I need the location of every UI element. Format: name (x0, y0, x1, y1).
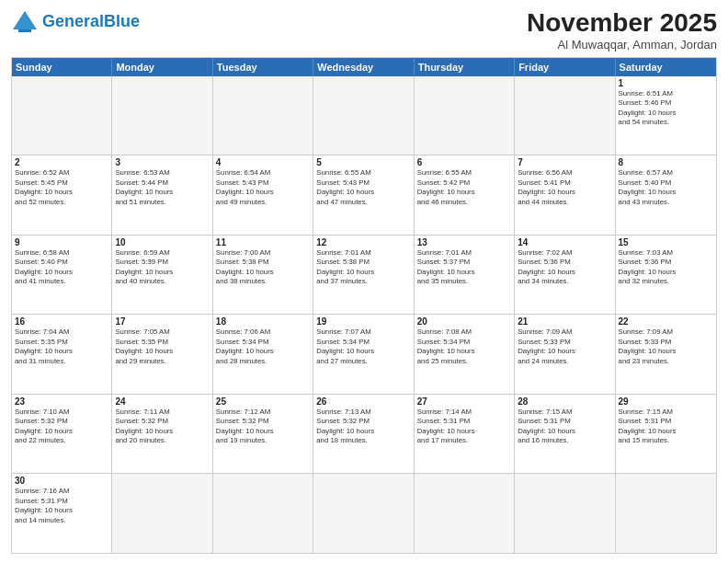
calendar-cell: 8Sunrise: 6:57 AM Sunset: 5:40 PM Daylig… (616, 155, 716, 235)
day-number: 15 (619, 237, 713, 247)
calendar-cell (616, 474, 716, 553)
calendar-cell: 10Sunrise: 6:59 AM Sunset: 5:39 PM Dayli… (112, 236, 212, 315)
calendar-body: 1Sunrise: 6:51 AM Sunset: 5:46 PM Daylig… (12, 76, 716, 553)
calendar-cell (112, 76, 212, 155)
cell-info: Sunrise: 6:57 AM Sunset: 5:40 PM Dayligh… (619, 168, 713, 207)
calendar-header: SundayMondayTuesdayWednesdayThursdayFrid… (12, 58, 716, 76)
day-number: 1 (619, 78, 713, 88)
calendar-row-1: 2Sunrise: 6:52 AM Sunset: 5:45 PM Daylig… (12, 155, 716, 235)
cell-info: Sunrise: 7:01 AM Sunset: 5:37 PM Dayligh… (417, 248, 511, 287)
cell-info: Sunrise: 6:58 AM Sunset: 5:40 PM Dayligh… (15, 248, 108, 287)
calendar-cell: 11Sunrise: 7:00 AM Sunset: 5:38 PM Dayli… (213, 236, 313, 315)
calendar-cell: 30Sunrise: 7:16 AM Sunset: 5:31 PM Dayli… (12, 474, 112, 553)
day-number: 7 (518, 157, 611, 167)
day-number: 10 (115, 237, 209, 247)
calendar-cell (515, 474, 615, 553)
calendar-cell: 13Sunrise: 7:01 AM Sunset: 5:37 PM Dayli… (415, 236, 515, 315)
calendar-cell: 29Sunrise: 7:15 AM Sunset: 5:31 PM Dayli… (616, 395, 716, 474)
day-number: 30 (15, 476, 108, 486)
day-number: 9 (15, 237, 108, 247)
cell-info: Sunrise: 6:54 AM Sunset: 5:43 PM Dayligh… (216, 168, 310, 207)
day-number: 21 (518, 316, 611, 327)
calendar-cell: 3Sunrise: 6:53 AM Sunset: 5:44 PM Daylig… (112, 155, 212, 235)
day-number: 11 (216, 237, 310, 247)
calendar-cell: 24Sunrise: 7:11 AM Sunset: 5:32 PM Dayli… (112, 395, 212, 474)
day-number: 23 (15, 396, 108, 407)
calendar-cell: 17Sunrise: 7:05 AM Sunset: 5:35 PM Dayli… (112, 315, 212, 394)
calendar-cell: 14Sunrise: 7:02 AM Sunset: 5:36 PM Dayli… (515, 236, 615, 315)
calendar-cell (415, 76, 515, 155)
calendar-cell: 21Sunrise: 7:09 AM Sunset: 5:33 PM Dayli… (515, 315, 615, 394)
day-number: 28 (518, 396, 611, 407)
calendar-cell (12, 76, 112, 155)
logo-general: General (42, 12, 104, 30)
calendar-cell: 7Sunrise: 6:56 AM Sunset: 5:41 PM Daylig… (515, 155, 615, 235)
calendar-cell: 23Sunrise: 7:10 AM Sunset: 5:32 PM Dayli… (12, 395, 112, 474)
calendar-cell: 15Sunrise: 7:03 AM Sunset: 5:36 PM Dayli… (616, 236, 716, 315)
cell-info: Sunrise: 7:11 AM Sunset: 5:32 PM Dayligh… (115, 408, 209, 446)
cell-info: Sunrise: 7:01 AM Sunset: 5:38 PM Dayligh… (316, 248, 410, 287)
cell-info: Sunrise: 6:51 AM Sunset: 5:46 PM Dayligh… (619, 89, 713, 128)
cell-info: Sunrise: 7:09 AM Sunset: 5:33 PM Dayligh… (518, 327, 611, 366)
cell-info: Sunrise: 7:10 AM Sunset: 5:32 PM Dayligh… (15, 408, 108, 446)
day-number: 25 (216, 396, 310, 407)
day-number: 24 (115, 396, 209, 407)
cell-info: Sunrise: 7:04 AM Sunset: 5:35 PM Dayligh… (15, 327, 108, 366)
logo: GeneralBlue (11, 9, 140, 35)
calendar-cell (213, 76, 313, 155)
day-number: 22 (619, 316, 713, 327)
calendar-row-0: 1Sunrise: 6:51 AM Sunset: 5:46 PM Daylig… (12, 76, 716, 155)
calendar-cell: 9Sunrise: 6:58 AM Sunset: 5:40 PM Daylig… (12, 236, 112, 315)
calendar-row-5: 30Sunrise: 7:16 AM Sunset: 5:31 PM Dayli… (12, 473, 716, 553)
calendar-cell: 27Sunrise: 7:14 AM Sunset: 5:31 PM Dayli… (415, 395, 515, 474)
calendar-cell (515, 76, 615, 155)
day-number: 14 (518, 237, 611, 247)
calendar-row-4: 23Sunrise: 7:10 AM Sunset: 5:32 PM Dayli… (12, 394, 716, 474)
calendar-cell: 25Sunrise: 7:12 AM Sunset: 5:32 PM Dayli… (213, 395, 313, 474)
cell-info: Sunrise: 7:13 AM Sunset: 5:32 PM Dayligh… (316, 408, 410, 446)
cell-info: Sunrise: 7:02 AM Sunset: 5:36 PM Dayligh… (518, 248, 611, 287)
location-title: Al Muwaqqar, Amman, Jordan (527, 38, 717, 52)
cell-info: Sunrise: 7:05 AM Sunset: 5:35 PM Dayligh… (115, 327, 209, 366)
cell-info: Sunrise: 7:08 AM Sunset: 5:34 PM Dayligh… (417, 327, 511, 366)
cell-info: Sunrise: 6:55 AM Sunset: 5:43 PM Dayligh… (316, 168, 410, 207)
calendar-cell (112, 474, 212, 553)
day-number: 26 (316, 396, 410, 407)
cell-info: Sunrise: 6:55 AM Sunset: 5:42 PM Dayligh… (417, 168, 511, 207)
header-cell-monday: Monday (112, 58, 212, 76)
day-number: 18 (216, 316, 310, 327)
cell-info: Sunrise: 6:59 AM Sunset: 5:39 PM Dayligh… (115, 248, 209, 287)
header-cell-thursday: Thursday (415, 58, 515, 76)
calendar-cell: 19Sunrise: 7:07 AM Sunset: 5:34 PM Dayli… (313, 315, 414, 394)
calendar-cell: 12Sunrise: 7:01 AM Sunset: 5:38 PM Dayli… (313, 236, 414, 315)
day-number: 27 (417, 396, 511, 407)
cell-info: Sunrise: 7:06 AM Sunset: 5:34 PM Dayligh… (216, 327, 310, 366)
cell-info: Sunrise: 7:07 AM Sunset: 5:34 PM Dayligh… (316, 327, 410, 366)
calendar-cell (213, 474, 313, 553)
cell-info: Sunrise: 7:12 AM Sunset: 5:32 PM Dayligh… (216, 408, 310, 446)
calendar-cell: 26Sunrise: 7:13 AM Sunset: 5:32 PM Dayli… (313, 395, 414, 474)
cell-info: Sunrise: 7:15 AM Sunset: 5:31 PM Dayligh… (619, 408, 713, 446)
calendar-cell: 22Sunrise: 7:09 AM Sunset: 5:33 PM Dayli… (616, 315, 716, 394)
cell-info: Sunrise: 6:53 AM Sunset: 5:44 PM Dayligh… (115, 168, 209, 207)
day-number: 13 (417, 237, 511, 247)
day-number: 5 (316, 157, 410, 167)
calendar-cell: 5Sunrise: 6:55 AM Sunset: 5:43 PM Daylig… (313, 155, 414, 235)
cell-info: Sunrise: 7:03 AM Sunset: 5:36 PM Dayligh… (619, 248, 713, 287)
header-cell-saturday: Saturday (616, 58, 716, 76)
cell-info: Sunrise: 7:15 AM Sunset: 5:31 PM Dayligh… (518, 408, 611, 446)
header-cell-tuesday: Tuesday (213, 58, 313, 76)
calendar-cell: 1Sunrise: 6:51 AM Sunset: 5:46 PM Daylig… (616, 76, 716, 155)
calendar: SundayMondayTuesdayWednesdayThursdayFrid… (11, 57, 717, 554)
calendar-row-3: 16Sunrise: 7:04 AM Sunset: 5:35 PM Dayli… (12, 314, 716, 394)
title-block: November 2025 Al Muwaqqar, Amman, Jordan (527, 9, 717, 52)
cell-info: Sunrise: 6:56 AM Sunset: 5:41 PM Dayligh… (518, 168, 611, 207)
calendar-cell (313, 76, 414, 155)
day-number: 19 (316, 316, 410, 327)
logo-text: GeneralBlue (42, 13, 140, 31)
day-number: 3 (115, 157, 209, 167)
logo-icon (11, 9, 39, 35)
calendar-cell (415, 474, 515, 553)
day-number: 2 (15, 157, 108, 167)
calendar-cell: 4Sunrise: 6:54 AM Sunset: 5:43 PM Daylig… (213, 155, 313, 235)
